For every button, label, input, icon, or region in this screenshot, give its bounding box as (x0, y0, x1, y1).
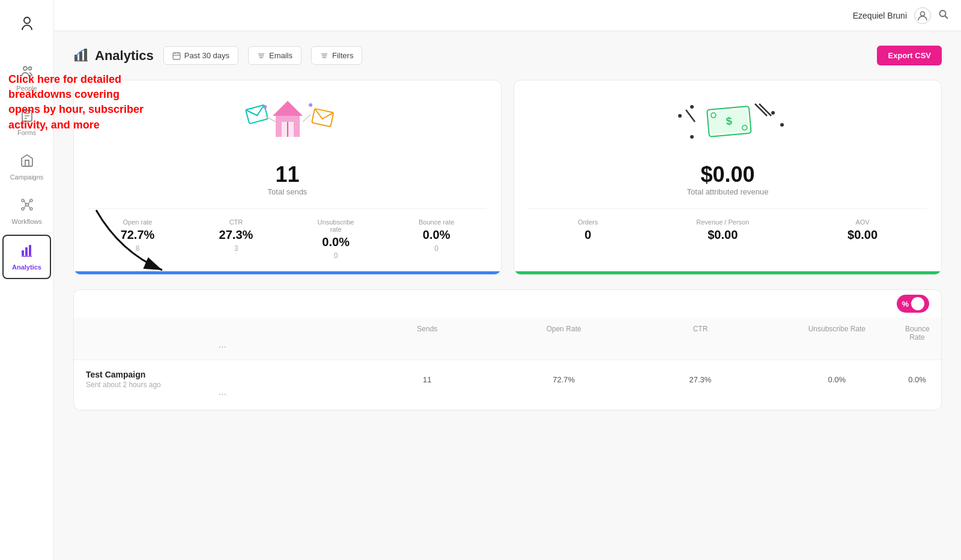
sidebar-item-forms-label: Forms (17, 129, 36, 136)
svg-line-46 (303, 115, 311, 122)
sidebar-item-forms[interactable]: Forms (0, 101, 53, 143)
svg-marker-38 (273, 101, 303, 116)
svg-point-57 (771, 111, 775, 115)
filters-label: Filters (332, 51, 353, 60)
search-icon[interactable] (938, 9, 949, 22)
export-csv-button[interactable]: Export CSV (877, 46, 942, 65)
campaign-info: Test Campaign Sent about 2 hours ago (86, 370, 359, 389)
svg-point-9 (22, 208, 24, 210)
page-title: Analytics (95, 48, 154, 64)
svg-point-55 (678, 114, 682, 118)
sends-main-label: Total sends (88, 187, 487, 196)
svg-rect-25 (84, 49, 87, 61)
sidebar-item-analytics[interactable]: Analytics (2, 235, 51, 279)
stat-revenue-per-person: Revenue / Person $0.00 (696, 218, 749, 242)
bounce-value: 0.0% (423, 228, 450, 242)
revenue-illustration: $ (529, 95, 927, 155)
aov-value: $0.00 (847, 228, 878, 242)
content-area: Analytics Past 30 days Emails (54, 31, 961, 560)
revenue-card-bar (514, 271, 941, 274)
forms-icon (20, 109, 34, 127)
unsub-label: Unsubscriberate (318, 218, 354, 233)
sidebar-item-campaigns[interactable]: Campaigns (0, 146, 53, 188)
people-icon (20, 64, 34, 82)
filters-button[interactable]: Filters (311, 46, 362, 65)
analytics-icon (20, 243, 34, 261)
row-unsub-rate: 0.0% (769, 375, 905, 384)
svg-rect-17 (25, 247, 28, 256)
row-bounce-rate: 0.0% (905, 375, 929, 384)
emails-filter-label: Emails (269, 51, 293, 60)
cards-row: 11 Total sends Open rate 72.7% 8 CTR 27.… (73, 80, 942, 275)
row-ctr: 27.3% (632, 375, 768, 384)
row-sends: 11 (359, 375, 496, 384)
row-more-menu[interactable]: ··· (86, 389, 359, 400)
svg-point-56 (690, 105, 694, 109)
sends-card: 11 Total sends Open rate 72.7% 8 CTR 27.… (73, 80, 502, 275)
svg-point-44 (309, 103, 312, 107)
svg-point-1 (23, 67, 27, 70)
date-filter-button[interactable]: Past 30 days (163, 46, 238, 65)
orders-value: 0 (584, 228, 591, 242)
svg-rect-18 (29, 245, 31, 256)
stat-bounce: Bounce rate 0.0% 0 (419, 218, 454, 260)
ctr-sub: 3 (234, 244, 238, 253)
th-name (86, 325, 359, 342)
svg-line-12 (24, 200, 26, 205)
sidebar: People Forms Campaigns (0, 0, 54, 560)
main-area: Ezequiel Bruni (54, 0, 961, 560)
th-ctr: CTR (632, 325, 768, 342)
stat-ctr: CTR 27.3% 3 (219, 218, 253, 260)
open-rate-value: 72.7% (121, 228, 155, 242)
topbar-username: Ezequiel Bruni (853, 11, 907, 20)
svg-rect-42 (312, 109, 333, 127)
bounce-sub: 0 (434, 244, 438, 253)
percentage-toggle[interactable]: % (897, 295, 929, 313)
sends-stats: Open rate 72.7% 8 CTR 27.3% 3 Unsubscrib… (88, 208, 487, 260)
workflows-icon (20, 197, 34, 215)
toggle-label: % (902, 300, 909, 309)
toggle-area: % (74, 290, 941, 318)
sidebar-item-analytics-label: Analytics (12, 263, 41, 271)
revenue-card: $ (514, 80, 942, 275)
stat-aov: AOV $0.00 (847, 218, 878, 242)
svg-point-58 (780, 123, 784, 127)
campaign-sub: Sent about 2 hours ago (86, 381, 359, 389)
svg-line-14 (24, 205, 26, 209)
stat-open-rate: Open rate 72.7% 8 (121, 218, 155, 260)
emails-filter-button[interactable]: Emails (248, 46, 302, 65)
svg-point-10 (30, 208, 32, 210)
topbar-avatar (914, 7, 931, 24)
revenue-stats: Orders 0 Revenue / Person $0.00 AOV $0.0… (529, 208, 927, 242)
open-rate-sub: 8 (136, 244, 140, 253)
sidebar-item-people[interactable]: People (0, 57, 53, 99)
sidebar-item-people-label: People (16, 85, 37, 92)
svg-point-43 (263, 105, 267, 109)
sidebar-item-workflows[interactable]: Workflows (0, 190, 53, 232)
rev-per-person-value: $0.00 (708, 228, 738, 242)
th-bounce-rate: Bounce Rate (905, 325, 929, 342)
th-more: ··· (86, 342, 359, 352)
th-unsub-rate: Unsubscribe Rate (769, 325, 905, 342)
svg-line-22 (945, 16, 948, 19)
orders-label: Orders (578, 218, 598, 226)
ctr-label: CTR (229, 218, 243, 226)
sends-illustration (88, 95, 487, 155)
stat-orders: Orders 0 (578, 218, 598, 242)
table-section: % Sends Open Rate CTR Unsubscribe Rate B… (73, 289, 942, 411)
page-header: Analytics Past 30 days Emails (73, 46, 942, 65)
toggle-knob (911, 297, 924, 310)
sends-main-value: 11 (88, 162, 487, 187)
svg-line-13 (28, 200, 30, 205)
aov-label: AOV (855, 218, 869, 226)
table-header: Sends Open Rate CTR Unsubscribe Rate Bou… (74, 318, 941, 360)
svg-point-2 (28, 67, 31, 70)
svg-point-21 (940, 10, 946, 16)
campaign-name: Test Campaign (86, 370, 359, 379)
svg-point-11 (25, 203, 28, 206)
svg-point-20 (921, 11, 925, 16)
campaigns-icon (20, 153, 34, 171)
svg-point-7 (22, 199, 24, 202)
bounce-label: Bounce rate (419, 218, 454, 226)
svg-point-59 (690, 135, 694, 139)
